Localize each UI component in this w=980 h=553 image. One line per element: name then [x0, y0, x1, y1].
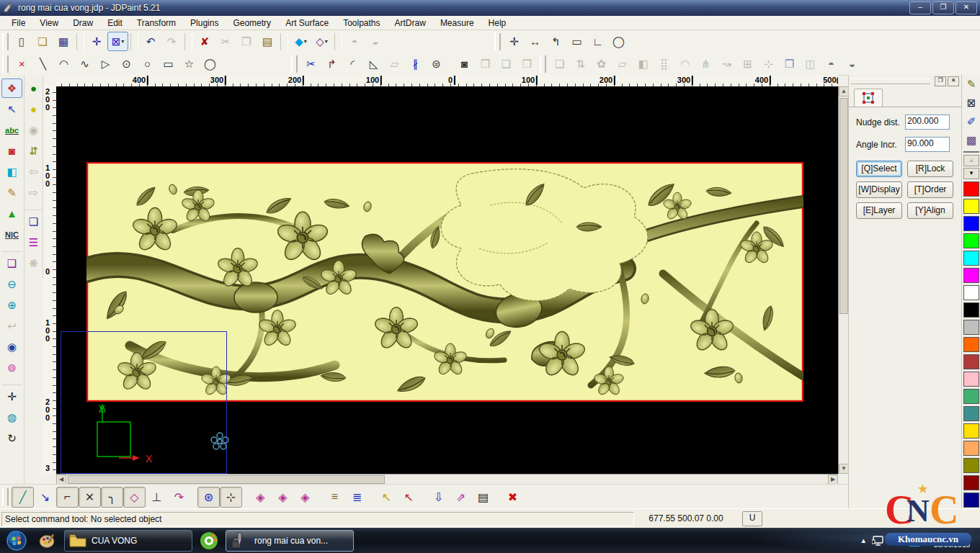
curve-array-icon[interactable]: ↝: [716, 54, 737, 73]
menu-item[interactable]: Plugins: [183, 17, 226, 30]
delete-icon[interactable]: ✘: [195, 32, 215, 51]
unit-button[interactable]: U: [742, 511, 762, 526]
wireframe-view-icon[interactable]: ◇ ▾: [311, 32, 332, 51]
menu-item[interactable]: Toolpaths: [336, 17, 387, 30]
panel-grip[interactable]: [851, 78, 930, 84]
color-swatch[interactable]: [963, 493, 979, 508]
color-swatch[interactable]: [963, 251, 979, 266]
menu-item[interactable]: View: [32, 17, 66, 30]
shaded-view-icon[interactable]: ◆ ▾: [290, 32, 311, 51]
sep[interactable]: [76, 32, 84, 51]
measure-rect-icon[interactable]: ▭: [566, 32, 587, 51]
layer-back-icon[interactable]: ⇦: [23, 162, 44, 181]
scroll-right-icon[interactable]: ▶: [828, 475, 838, 485]
plane-yz-icon[interactable]: ◈: [272, 487, 294, 508]
concentric-icon[interactable]: ◙: [454, 54, 475, 73]
menu-item[interactable]: Geometry: [226, 17, 278, 30]
ellipse-tool-icon[interactable]: ○: [137, 54, 158, 73]
scroll-left-icon[interactable]: ◀: [56, 475, 66, 485]
snap-axis-icon[interactable]: ⊹: [220, 487, 242, 508]
clone-c-icon[interactable]: ❒: [517, 54, 538, 73]
panel-button[interactable]: [Q]Select: [856, 161, 902, 177]
menu-item[interactable]: Transform: [130, 17, 183, 30]
sep[interactable]: [334, 32, 342, 51]
select-region-icon[interactable]: ⊠: [963, 94, 980, 112]
panel-button[interactable]: [R]Lock: [907, 161, 953, 177]
snap-arc-icon[interactable]: ╮: [101, 487, 123, 508]
scroll-down-icon[interactable]: ▼: [839, 464, 849, 474]
previous-view-icon[interactable]: ↩: [1, 316, 22, 336]
zoom-out-icon[interactable]: ⊖: [1, 274, 22, 294]
snap-node-icon[interactable]: ↘: [34, 487, 56, 508]
group-icon[interactable]: ❐: [779, 54, 800, 73]
menu-item[interactable]: File: [4, 17, 32, 30]
mirror-curve-icon[interactable]: ∦: [405, 54, 426, 73]
angle-incr-input[interactable]: 90.000: [905, 137, 950, 152]
panel-button[interactable]: [E]Layer: [856, 202, 902, 219]
measure-point-icon[interactable]: ✛: [504, 32, 525, 51]
menu-item[interactable]: Help: [481, 17, 514, 30]
taskbar-jdpaint-icon[interactable]: [35, 530, 61, 552]
line-tool-icon[interactable]: ╲: [32, 54, 53, 73]
relief-tool-icon[interactable]: ▲: [1, 204, 22, 223]
undo-icon[interactable]: ↶: [141, 32, 161, 51]
snap-corner-icon[interactable]: ⌐: [56, 487, 79, 508]
color-swatch[interactable]: [963, 423, 979, 439]
plane-xy-icon[interactable]: ◈: [249, 487, 272, 508]
save-icon[interactable]: ▦: [53, 32, 74, 51]
paste-icon[interactable]: ▤: [257, 32, 278, 51]
menu-item[interactable]: Measure: [433, 17, 481, 30]
color-swatch[interactable]: [963, 337, 979, 352]
guide-lines-icon[interactable]: ☰: [23, 233, 44, 252]
point-tool-icon[interactable]: ×: [12, 54, 32, 73]
pattern-fill-icon[interactable]: ▩: [963, 132, 980, 149]
sep[interactable]: [280, 32, 288, 51]
align-vertical-icon[interactable]: ⇅: [570, 54, 591, 73]
drop-z-icon[interactable]: ⇩: [427, 487, 450, 508]
smooth-tool-icon[interactable]: ✎: [1, 183, 22, 202]
rectangle-tool-icon[interactable]: ▭: [158, 54, 179, 73]
combine-icon[interactable]: ◫: [800, 54, 821, 73]
tray-clock[interactable]: 46 CH 30/09/2018: [927, 532, 977, 549]
chamfer-tool-icon[interactable]: ◺: [363, 54, 384, 73]
layer-current-icon[interactable]: ●: [23, 99, 44, 119]
pencil-icon[interactable]: ✎: [963, 76, 980, 93]
panel-restore-button[interactable]: ❐: [935, 76, 946, 86]
nudge-dist-input[interactable]: 200.000: [905, 114, 950, 130]
restore-button[interactable]: ❐: [932, 1, 954, 14]
fan-array-icon[interactable]: ⋔: [695, 54, 716, 73]
rotate-array-icon[interactable]: ✿: [591, 54, 612, 73]
scrollbar-thumb[interactable]: [68, 475, 385, 484]
snap-intersection-icon[interactable]: ✕: [79, 487, 101, 508]
color-swatch[interactable]: [963, 475, 979, 490]
layer-forward-icon[interactable]: ⇨: [23, 183, 44, 202]
menu-item[interactable]: Art Surface: [278, 17, 336, 30]
palette-up-icon[interactable]: ▲: [963, 155, 979, 166]
measure-circle-icon[interactable]: ◯: [608, 32, 629, 51]
taskbar-folder-task[interactable]: CUA VONG: [64, 530, 192, 552]
menu-item[interactable]: Draw: [66, 17, 100, 30]
layer-visible-icon[interactable]: ●: [23, 78, 44, 98]
scrollbar-thumb[interactable]: [839, 98, 848, 314]
measure-path-icon[interactable]: ↰: [545, 32, 566, 51]
pan-icon[interactable]: ✛: [1, 385, 22, 406]
spray-icon[interactable]: ❋: [23, 253, 44, 273]
fillet-tool-icon[interactable]: ◜: [342, 54, 363, 73]
color-swatch[interactable]: [963, 389, 979, 404]
pick-add-icon[interactable]: ↖: [375, 487, 398, 508]
snap-grid-icon[interactable]: ⊛: [197, 487, 220, 508]
volume-icon[interactable]: [891, 536, 902, 546]
copy-icon[interactable]: ❐: [236, 32, 257, 51]
arc-array-icon[interactable]: ◠: [674, 54, 695, 73]
equal-spacing-icon[interactable]: ⊜: [426, 54, 447, 73]
measure-angle-icon[interactable]: ∟: [587, 32, 608, 51]
polygon-tool-icon[interactable]: ◯: [200, 54, 220, 73]
color-swatch[interactable]: [963, 354, 979, 369]
zoom-window-icon[interactable]: ❑: [1, 251, 22, 273]
color-swatch[interactable]: [963, 199, 979, 214]
clone-b-icon[interactable]: ❑: [496, 54, 517, 73]
toolbar-grip[interactable]: [2, 488, 9, 505]
toolpath-tool-icon[interactable]: N|C: [1, 225, 22, 244]
minimize-button[interactable]: –: [909, 1, 931, 14]
toolbar-grip[interactable]: [540, 55, 546, 73]
